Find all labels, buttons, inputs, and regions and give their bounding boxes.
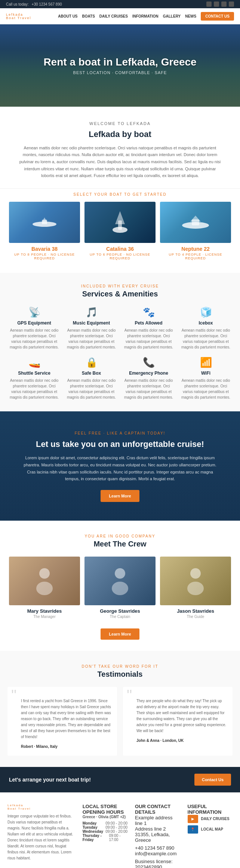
footer-hours-timezone: Greece · Olivia (GMT +2): [83, 815, 127, 819]
boat-icon-neptune: [181, 215, 210, 230]
nav-gallery[interactable]: Gallery: [163, 14, 181, 18]
service-pets: 🐾 Pets Allowed Aenean mattis dolor nec o…: [122, 307, 175, 350]
service-shuttle-desc: Aenean mattis dolor nec odio pharetre sc…: [7, 378, 61, 400]
captain-text: Lorem ipsum dolor sit amet, consectetur …: [22, 454, 218, 482]
footer-day-tuesday: Tuesday: [83, 825, 98, 829]
services-small-label: INCLUDED WITH EVERY CRUISE: [7, 284, 233, 288]
welcome-title: Lefkada by boat: [19, 130, 221, 139]
boat-capacity-bavaria: UP TO 8 PEOPLE · NO LICENSE REQUIRED: [9, 253, 80, 260]
service-music-desc: Aenean mattis dolor nec odio pharetre sc…: [65, 328, 118, 350]
testimonial-quote-2: They are people who do what they say! Th…: [136, 698, 227, 734]
hero-content: Rent a boat in Lefkada, Greece BEST LOCA…: [43, 56, 196, 75]
crew-small-label: YOU ARE IN GOOD COMPANY: [7, 534, 233, 538]
boat-card-catalina[interactable]: Catalina 36 UP TO 6 PEOPLE · NO LICENSE …: [84, 202, 156, 262]
crew-learn-more-button[interactable]: Learn More: [101, 628, 139, 640]
footer-hours-thursday: Thursday - Friday 09:00 - 17:00: [83, 834, 127, 842]
nav-information[interactable]: Information: [132, 14, 159, 18]
hero-title: Rent a boat in Lefkada, Greece: [43, 56, 196, 68]
crew-title: Meet The Crew: [7, 540, 233, 548]
testimonial-author-2: John & Anna · London, UK: [136, 738, 227, 744]
boat-icon-catalina: [111, 209, 129, 235]
logo-subtitle: Boat Travel: [6, 16, 31, 20]
footer-hours-monday: Monday 09:00 - 20:00: [83, 821, 127, 825]
hero-background: Rent a boat in Lefkada, Greece BEST LOCA…: [0, 24, 240, 107]
service-safe-title: Safe Box: [65, 371, 118, 376]
service-phone-desc: Aenean mattis dolor nec odio pharetre sc…: [122, 378, 175, 400]
cta-banner: Let's arrange your next boat trip! Conta…: [0, 767, 240, 792]
footer-time-wednesday: 09:00 - 20:00: [105, 829, 127, 834]
captain-small-label: FEEL FREE · LIKE A CAPTAIN TODAY!: [22, 430, 218, 436]
cta-contact-button[interactable]: Contact Us: [194, 774, 231, 786]
nav-boats[interactable]: Boats: [82, 14, 95, 18]
local-map-label: LOCAL MAP: [201, 827, 223, 831]
twitter-icon[interactable]: [214, 1, 219, 7]
boat-capacity-neptune: UP TO 4 PEOPLE · LICENSE REQUIRED: [160, 253, 231, 260]
youtube-icon[interactable]: [229, 1, 234, 7]
daily-cruises-icon: ▶: [188, 815, 198, 823]
boat-icon-bavaria: [31, 217, 58, 228]
footer-time-tuesday: 09:00 - 20:00: [105, 825, 127, 829]
footer-phone: +40 1234 567 890: [135, 845, 180, 851]
cta-text: Let's arrange your next boat trip!: [9, 777, 91, 783]
boat-card-bavaria[interactable]: Bavaria 38 UP TO 8 PEOPLE · NO LICENSE R…: [9, 202, 80, 262]
safe-icon: 🔒: [65, 357, 118, 368]
boat-image-catalina: [84, 202, 156, 243]
boat-image-neptune: [160, 202, 231, 243]
captain-learn-more-button[interactable]: Learn More: [101, 490, 139, 502]
nav-daily-cruises[interactable]: Daily Cruises: [99, 14, 128, 18]
footer-logo: Lefkada Boat Travel: [7, 804, 75, 810]
footer-about-col: Lefkada Boat Travel Integer congue vulpu…: [7, 804, 75, 868]
facebook-icon[interactable]: [206, 1, 212, 7]
logo: Lefkada Boat Travel: [6, 13, 31, 20]
boat-image-bavaria: [9, 202, 80, 243]
svg-point-11: [115, 568, 125, 579]
service-wifi: 📶 WiFi Aenean mattis dolor nec odio phar…: [179, 357, 233, 400]
crew-role-george: The Captain: [84, 615, 156, 619]
crew-silhouette-jason: [184, 566, 207, 596]
nav-news[interactable]: News: [185, 14, 196, 18]
crew-name-george: George Stavrides: [84, 608, 156, 614]
footer-day-wednesday: Wednesday: [83, 829, 103, 834]
boat-info-neptune: Neptune 22 UP TO 4 PEOPLE · LICENSE REQU…: [160, 243, 231, 262]
service-shuttle-title: Shuttle Service: [7, 371, 61, 376]
service-wifi-title: WiFi: [179, 371, 233, 376]
phone-number: +30 1234 567 890: [32, 2, 62, 6]
hero-section: Rent a boat in Lefkada, Greece BEST LOCA…: [0, 24, 240, 107]
service-gps: 📡 GPS Equipment Aenean mattis dolor nec …: [7, 307, 61, 350]
testimonial-text-1: I first rented a yacht from Sail Greece …: [13, 698, 111, 750]
crew-silhouette-mary: [33, 566, 56, 596]
footer-time-monday: 09:00 - 20:00: [105, 821, 127, 825]
testimonials-small-label: DON'T TAKE OUR WORD FOR IT: [7, 664, 233, 668]
footer-useful-daily-cruises[interactable]: ▶ DAILY CRUISES: [188, 815, 233, 823]
captain-title: Let us take you on an unforgettable crui…: [22, 439, 218, 449]
top-bar-left: Call us today: +30 1234 567 890: [6, 2, 62, 6]
social-icons: [206, 1, 234, 7]
testimonials-grid: I first rented a yacht from Sail Greece …: [7, 687, 233, 756]
nav-contact-button[interactable]: CONTACT US: [201, 12, 234, 21]
footer-useful-local-map[interactable]: 📍 LOCAL MAP: [188, 825, 233, 834]
instagram-icon[interactable]: [221, 1, 227, 7]
navigation: Lefkada Boat Travel About Us Boats Daily…: [0, 8, 240, 24]
crew-name-mary: Mary Stavrides: [9, 608, 80, 614]
footer-logo-name: Lefkada: [7, 804, 75, 807]
footer-contact-title: OUR CONTACT DETAILS: [135, 804, 180, 815]
svg-point-10: [36, 582, 53, 595]
service-gps-title: GPS Equipment: [7, 320, 61, 326]
boat-info-bavaria: Bavaria 38 UP TO 8 PEOPLE · NO LICENSE R…: [9, 243, 80, 262]
hero-subtitle: BEST LOCATION · COMFORTABLE · SAFE: [43, 70, 196, 75]
boat-capacity-catalina: UP TO 6 PEOPLE · NO LICENSE REQUIRED: [84, 253, 156, 260]
footer-time-thursday: 09:00 - 17:00: [109, 834, 127, 842]
svg-marker-5: [115, 211, 125, 224]
pets-icon: 🐾: [122, 307, 175, 318]
footer-email: info@example.com: [135, 851, 180, 856]
nav-about[interactable]: About Us: [58, 14, 77, 18]
crew-photo-jason: [160, 557, 231, 605]
footer-hours-col: LOCAL STORE OPENING HOURS Greece · Olivi…: [83, 804, 127, 868]
footer-hours-tuesday: Tuesday 09:00 - 20:00: [83, 825, 127, 829]
crew-card-mary: Mary Stavrides The Manager: [9, 557, 80, 619]
footer-useful-title: USEFUL INFORMATION: [188, 804, 233, 815]
service-safe: 🔒 Safe Box Aenean mattis dolor nec odio …: [65, 357, 118, 400]
testimonial-card-2: They are people who do what they say! Th…: [123, 687, 233, 756]
svg-point-12: [112, 582, 128, 595]
boat-card-neptune[interactable]: Neptune 22 UP TO 4 PEOPLE · LICENSE REQU…: [160, 202, 231, 262]
